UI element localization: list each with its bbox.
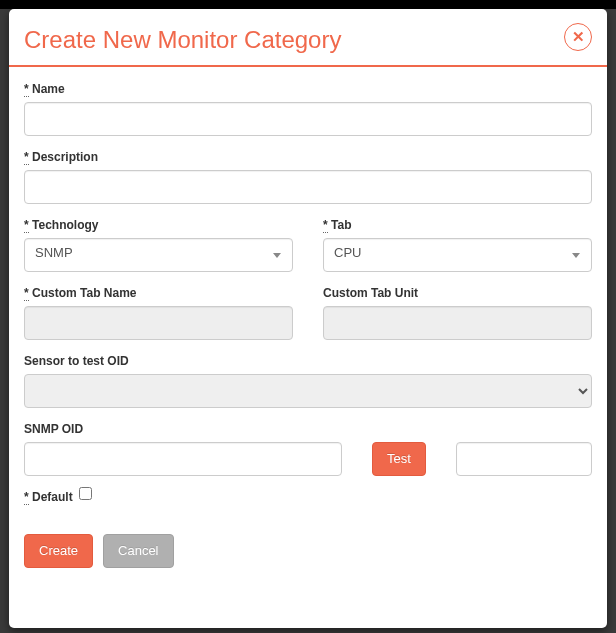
- label-custom-tab-name: * Custom Tab Name: [24, 286, 293, 300]
- group-tab: * Tab CPU: [323, 218, 592, 272]
- tab-selected-value: CPU: [323, 238, 592, 272]
- test-result-input[interactable]: [456, 442, 592, 476]
- technology-selected-value: SNMP: [24, 238, 293, 272]
- label-name: * Name: [24, 82, 592, 96]
- group-name: * Name: [24, 82, 592, 136]
- label-tab-text: Tab: [331, 218, 351, 232]
- sensor-select[interactable]: [24, 374, 592, 408]
- label-technology: * Technology: [24, 218, 293, 232]
- label-snmp-oid: SNMP OID: [24, 422, 592, 436]
- group-description: * Description: [24, 150, 592, 204]
- modal-footer: Create Cancel: [24, 534, 592, 568]
- label-sensor: Sensor to test OID: [24, 354, 592, 368]
- modal-create-monitor-category: Create New Monitor Category ✕ * Name * D…: [9, 9, 607, 628]
- default-checkbox[interactable]: [79, 487, 92, 500]
- group-technology: * Technology SNMP: [24, 218, 293, 272]
- required-marker: *: [24, 490, 29, 505]
- snmp-oid-input[interactable]: [24, 442, 342, 476]
- test-button[interactable]: Test: [372, 442, 426, 476]
- group-custom-tab-name: * Custom Tab Name: [24, 286, 293, 340]
- group-default: * Default: [24, 490, 592, 504]
- close-icon: ✕: [572, 24, 585, 50]
- group-custom-tab-unit: Custom Tab Unit: [323, 286, 592, 340]
- custom-tab-name-input: [24, 306, 293, 340]
- modal-title: Create New Monitor Category: [24, 24, 592, 55]
- required-marker: *: [24, 286, 29, 301]
- required-marker: *: [24, 150, 29, 165]
- group-sensor: Sensor to test OID: [24, 354, 592, 408]
- cancel-button[interactable]: Cancel: [103, 534, 173, 568]
- label-default-text: Default: [32, 490, 73, 504]
- close-button[interactable]: ✕: [564, 23, 592, 51]
- label-custom-tab-unit: Custom Tab Unit: [323, 286, 592, 300]
- label-sensor-text: Sensor to test OID: [24, 354, 129, 368]
- create-button[interactable]: Create: [24, 534, 93, 568]
- modal-header: Create New Monitor Category ✕: [9, 9, 607, 65]
- label-description: * Description: [24, 150, 592, 164]
- description-input[interactable]: [24, 170, 592, 204]
- label-description-text: Description: [32, 150, 98, 164]
- name-input[interactable]: [24, 102, 592, 136]
- required-marker: *: [24, 82, 29, 97]
- tab-select[interactable]: CPU: [323, 238, 592, 272]
- required-marker: *: [24, 218, 29, 233]
- label-snmp-oid-text: SNMP OID: [24, 422, 83, 436]
- required-marker: *: [323, 218, 328, 233]
- technology-select[interactable]: SNMP: [24, 238, 293, 272]
- label-name-text: Name: [32, 82, 65, 96]
- label-default: * Default: [24, 490, 73, 504]
- custom-tab-unit-input: [323, 306, 592, 340]
- group-snmp-oid: SNMP OID Test: [24, 422, 592, 476]
- label-technology-text: Technology: [32, 218, 98, 232]
- modal-body: * Name * Description * Technology SNMP: [9, 67, 607, 583]
- label-tab: * Tab: [323, 218, 592, 232]
- label-custom-tab-name-text: Custom Tab Name: [32, 286, 136, 300]
- label-custom-tab-unit-text: Custom Tab Unit: [323, 286, 418, 300]
